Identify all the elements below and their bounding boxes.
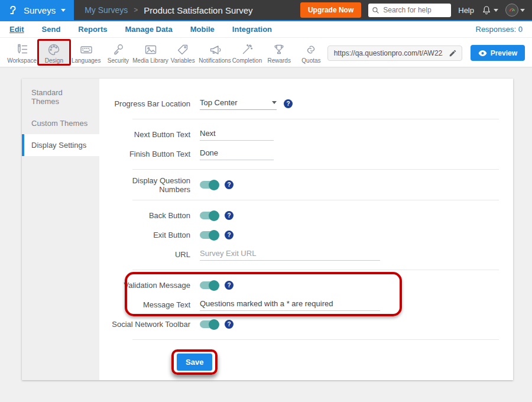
tool-variables[interactable]: Variables [167, 41, 199, 65]
help-icon[interactable]: ? [225, 281, 233, 290]
field-label: Exit Button [99, 231, 200, 239]
tool-label: Media Library [132, 57, 168, 64]
preview-label: Preview [491, 49, 517, 57]
help-icon[interactable]: ? [225, 180, 233, 189]
message-text-input[interactable] [200, 299, 380, 311]
preview-button[interactable]: Preview [471, 45, 525, 61]
display-question-numbers-row: Display Question Numbers ? [99, 175, 513, 194]
finish-button-text-row: Finish Button Text [99, 144, 513, 164]
edit-pencil-icon[interactable] [449, 49, 457, 57]
chevron-down-icon [272, 101, 277, 104]
tool-label: Security [108, 57, 129, 64]
survey-url-field[interactable] [327, 46, 462, 61]
design-sidebar: Standard Themes Custom Themes Display Se… [22, 79, 99, 380]
field-label: Social Network Toolbar [99, 320, 200, 329]
help-icon[interactable]: ? [225, 231, 233, 239]
back-button-toggle[interactable] [200, 212, 218, 219]
display-question-numbers-toggle[interactable] [200, 181, 218, 189]
tab-reports[interactable]: Reports [78, 25, 107, 34]
page-background: Standard Themes Custom Themes Display Se… [0, 67, 532, 380]
tool-notifications[interactable]: Notifications [199, 41, 231, 65]
validation-group: Validation Message ? Message Text [99, 275, 513, 315]
tool-quotas[interactable]: Quotas [295, 41, 327, 65]
design-icon [47, 43, 61, 57]
page-title: Product Satisfaction Survey [144, 5, 252, 15]
tool-label: Workspace [7, 57, 37, 64]
next-button-text-input[interactable] [200, 129, 274, 141]
questionpro-logo-icon [7, 4, 18, 17]
survey-exit-url-input[interactable] [200, 249, 380, 261]
field-label: URL [99, 250, 200, 259]
tab-mobile[interactable]: Mobile [190, 25, 215, 34]
upgrade-now-button[interactable]: Upgrade Now [300, 2, 361, 18]
account-menu[interactable] [505, 4, 525, 17]
progress-bar-location-row: Progress Bar Location Top Center ? [99, 94, 513, 114]
workspace-icon [15, 43, 29, 57]
progress-bar-location-select[interactable]: Top Center [200, 98, 277, 110]
tab-edit[interactable]: Edit [9, 25, 24, 34]
field-label: Progress Bar Location [99, 99, 200, 108]
divider [132, 200, 499, 200]
save-annotation-box: Save [171, 349, 218, 375]
product-label: Surveys [24, 5, 56, 15]
sidebar-item-standard-themes[interactable]: Standard Themes [22, 82, 99, 112]
edit-toolbar: Workspace Design Languages Security Medi… [0, 38, 532, 67]
tool-languages[interactable]: Languages [70, 41, 102, 65]
tool-media-library[interactable]: Media Library [134, 41, 167, 65]
tool-workspace[interactable]: Workspace [6, 41, 38, 65]
questionpro-logo-menu[interactable]: Surveys [0, 0, 74, 21]
next-button-text-row: Next Button Text [99, 125, 513, 144]
exit-button-toggle[interactable] [200, 231, 218, 239]
variables-icon [176, 43, 190, 57]
tool-label: Variables [171, 57, 195, 64]
completion-icon [240, 43, 254, 57]
survey-url-input[interactable] [333, 48, 444, 58]
message-text-row: Message Text [99, 295, 513, 315]
field-label: Validation Message [99, 281, 200, 290]
tool-completion[interactable]: Completion [231, 41, 263, 65]
sidebar-item-display-settings[interactable]: Display Settings [22, 134, 99, 156]
back-button-row: Back Button ? [99, 206, 513, 225]
breadcrumb-my-surveys[interactable]: My Surveys [85, 5, 128, 15]
notifications-bell[interactable] [481, 5, 498, 15]
help-icon[interactable]: ? [284, 99, 293, 108]
tab-integration[interactable]: Integration [232, 25, 272, 34]
chevron-down-icon [520, 9, 525, 12]
field-label: Back Button [99, 211, 200, 220]
tool-design[interactable]: Design [38, 41, 70, 65]
survey-menubar: Edit Send Reports Manage Data Mobile Int… [0, 21, 532, 38]
search-input[interactable] [382, 5, 447, 15]
social-network-toolbar-toggle[interactable] [200, 320, 218, 328]
social-network-toolbar-row: Social Network Toolbar ? [99, 315, 513, 334]
tool-rewards[interactable]: Rewards [263, 41, 295, 65]
help-icon[interactable]: ? [225, 320, 233, 329]
save-button[interactable]: Save [177, 354, 212, 371]
display-settings-panel: Progress Bar Location Top Center ? Next … [99, 79, 513, 380]
help-link[interactable]: Help [458, 6, 474, 15]
responses-count[interactable]: Responses: 0 [476, 25, 523, 34]
field-label: Message Text [99, 300, 200, 309]
field-label: Display Question Numbers [99, 176, 200, 194]
languages-icon [79, 43, 93, 57]
validation-message-toggle[interactable] [200, 281, 218, 289]
bell-icon [481, 5, 492, 15]
top-header: Surveys My Surveys > Product Satisfactio… [0, 0, 532, 21]
finish-button-text-input[interactable] [200, 148, 274, 160]
field-label: Finish Button Text [99, 150, 200, 158]
selected-value: Top Center [200, 98, 238, 107]
design-settings-card: Standard Themes Custom Themes Display Se… [22, 79, 513, 380]
eye-icon [478, 50, 487, 57]
sidebar-item-custom-themes[interactable]: Custom Themes [22, 112, 99, 134]
tab-send[interactable]: Send [42, 25, 61, 34]
notifications-icon [208, 43, 222, 57]
security-icon [111, 43, 125, 57]
help-search[interactable] [368, 4, 451, 17]
quotas-icon [304, 43, 318, 57]
tool-security[interactable]: Security [102, 41, 134, 65]
divider [132, 119, 499, 119]
help-icon[interactable]: ? [225, 211, 233, 220]
divider [132, 270, 499, 270]
tab-manage-data[interactable]: Manage Data [125, 25, 172, 34]
field-label: Next Button Text [99, 130, 200, 139]
exit-url-row: URL [99, 245, 513, 264]
